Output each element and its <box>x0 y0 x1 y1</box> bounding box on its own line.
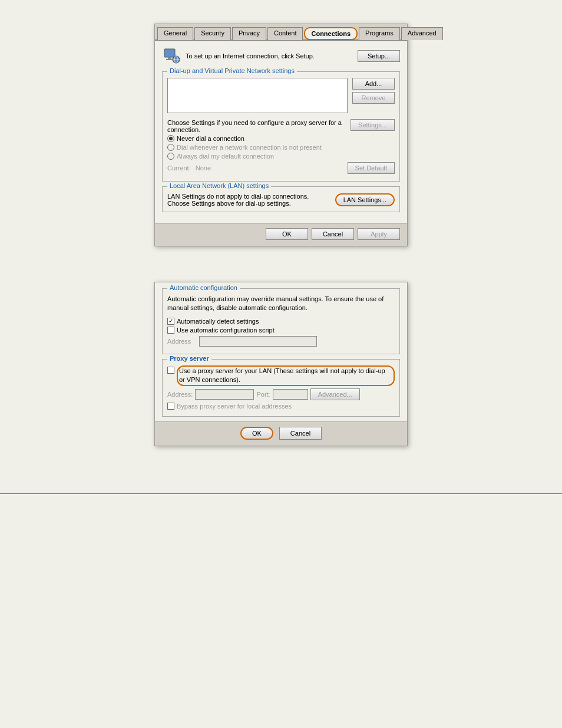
svg-rect-2 <box>166 59 173 60</box>
settings-row: Choose Settings if you need to configure… <box>167 119 395 133</box>
proxy-port-label: Port: <box>256 391 270 398</box>
lan-settings-button[interactable]: LAN Settings... <box>335 193 395 206</box>
remove-button[interactable]: Remove <box>352 92 395 104</box>
tab-bar: General Security Privacy Content Connect… <box>155 24 407 41</box>
proxy-advanced-button[interactable]: Advanced... <box>310 388 360 400</box>
setup-text: To set up an Internet connection, click … <box>186 52 353 60</box>
radio-always-dial-label: Always dial my default connection <box>177 153 274 160</box>
auto-script-checkbox[interactable] <box>167 327 174 334</box>
lan-ok-button[interactable]: OK <box>240 427 273 440</box>
tab-connections[interactable]: Connections <box>304 27 358 40</box>
lan-group-content: LAN Settings do not apply to dial-up con… <box>167 193 395 207</box>
lan-desc: LAN Settings do not apply to dial-up con… <box>167 193 330 207</box>
dialup-buttons: Add... Remove <box>352 78 395 117</box>
proxy-address-row: Address: Port: Advanced... <box>167 388 395 400</box>
bypass-checkbox[interactable] <box>167 403 174 410</box>
lan-settings-dialog: Automatic configuration Automatic config… <box>154 282 408 446</box>
auto-detect-checkbox[interactable]: ✓ <box>167 318 174 325</box>
tab-privacy[interactable]: Privacy <box>232 27 266 40</box>
bypass-row[interactable]: Bypass proxy server for local addresses <box>167 403 395 410</box>
setup-button[interactable]: Setup... <box>358 50 400 62</box>
radio-never-input[interactable] <box>167 135 174 142</box>
dialup-list-row: Add... Remove <box>167 78 395 117</box>
dialup-group: Dial-up and Virtual Private Network sett… <box>162 71 400 182</box>
tab-general[interactable]: General <box>157 27 193 40</box>
auto-script-label: Use automatic configuration script <box>177 327 275 334</box>
dialup-group-title: Dial-up and Virtual Private Network sett… <box>167 67 297 74</box>
setup-row: To set up an Internet connection, click … <box>162 47 400 65</box>
dialup-list[interactable] <box>167 78 348 113</box>
proxy-address-input[interactable] <box>195 389 254 400</box>
tab-programs[interactable]: Programs <box>359 27 400 40</box>
proxy-address-label: Address: <box>167 391 193 398</box>
auto-config-desc: Automatic configuration may override man… <box>167 295 395 313</box>
auto-config-group: Automatic configuration Automatic config… <box>162 288 400 354</box>
bypass-label: Bypass proxy server for local addresses <box>177 403 292 410</box>
auto-detect-label: Automatically detect settings <box>177 318 259 325</box>
svg-rect-0 <box>164 49 175 57</box>
current-value: None <box>196 164 343 172</box>
tab-security[interactable]: Security <box>194 27 231 40</box>
radio-dial-when-input[interactable] <box>167 144 174 151</box>
lan-desc2: Choose Settings above for dial-up settin… <box>167 200 330 207</box>
proxy-port-input[interactable] <box>273 389 308 400</box>
proxy-use-checkbox[interactable] <box>167 367 174 374</box>
apply-button[interactable]: Apply <box>358 228 400 240</box>
settings-text: Choose Settings if you need to configure… <box>167 119 346 133</box>
address-input[interactable] <box>199 336 317 347</box>
internet-properties-dialog: General Security Privacy Content Connect… <box>154 24 408 246</box>
radio-dial-when[interactable]: Dial whenever a network connection is no… <box>167 144 395 151</box>
lan-dialog-body: Automatic configuration Automatic config… <box>155 282 407 417</box>
address-label: Address <box>167 338 196 345</box>
add-button[interactable]: Add... <box>352 78 395 90</box>
settings-button[interactable]: Settings... <box>351 119 395 131</box>
dialog1-footer: OK Cancel Apply <box>155 223 407 246</box>
radio-always-dial-input[interactable] <box>167 153 174 160</box>
lan-row: LAN Settings do not apply to dial-up con… <box>167 193 395 207</box>
address-row: Address <box>167 336 395 347</box>
connection-icon <box>162 47 181 65</box>
lan-group-title: Local Area Network (LAN) settings <box>167 182 271 189</box>
proxy-content: Use a proxy server for your LAN (These s… <box>167 365 395 410</box>
auto-script-row[interactable]: Use automatic configuration script <box>167 327 395 334</box>
proxy-title: Proxy server <box>167 355 211 362</box>
tab-advanced[interactable]: Advanced <box>401 27 443 40</box>
lan-dialog-footer: OK Cancel <box>155 421 407 446</box>
cancel-button[interactable]: Cancel <box>312 228 354 240</box>
auto-config-content: Automatic configuration may override man… <box>167 295 395 347</box>
lan-desc1: LAN Settings do not apply to dial-up con… <box>167 193 330 200</box>
current-row: Current: None Set Default <box>167 162 395 174</box>
svg-rect-1 <box>168 57 171 59</box>
current-label: Current: <box>167 164 191 172</box>
proxy-group: Proxy server Use a proxy server for your… <box>162 359 400 417</box>
tab-content[interactable]: Content <box>267 27 303 40</box>
bottom-divider <box>0 493 562 494</box>
set-default-button[interactable]: Set Default <box>348 162 395 174</box>
proxy-use-row[interactable]: Use a proxy server for your LAN (These s… <box>167 365 395 386</box>
radio-always-dial[interactable]: Always dial my default connection <box>167 153 395 160</box>
proxy-use-label: Use a proxy server for your LAN (These s… <box>177 365 395 386</box>
auto-config-title: Automatic configuration <box>167 284 240 291</box>
radio-never-label: Never dial a connection <box>177 135 244 142</box>
lan-cancel-button[interactable]: Cancel <box>279 427 322 440</box>
radio-dial-when-label: Dial whenever a network connection is no… <box>177 144 322 151</box>
dialup-group-content: Add... Remove Choose Settings if you nee… <box>167 78 395 174</box>
ok-button[interactable]: OK <box>266 228 308 240</box>
auto-detect-row[interactable]: ✓ Automatically detect settings <box>167 318 395 325</box>
dialog-body: To set up an Internet connection, click … <box>155 41 407 223</box>
radio-never[interactable]: Never dial a connection <box>167 135 395 142</box>
lan-group: Local Area Network (LAN) settings LAN Se… <box>162 186 400 212</box>
